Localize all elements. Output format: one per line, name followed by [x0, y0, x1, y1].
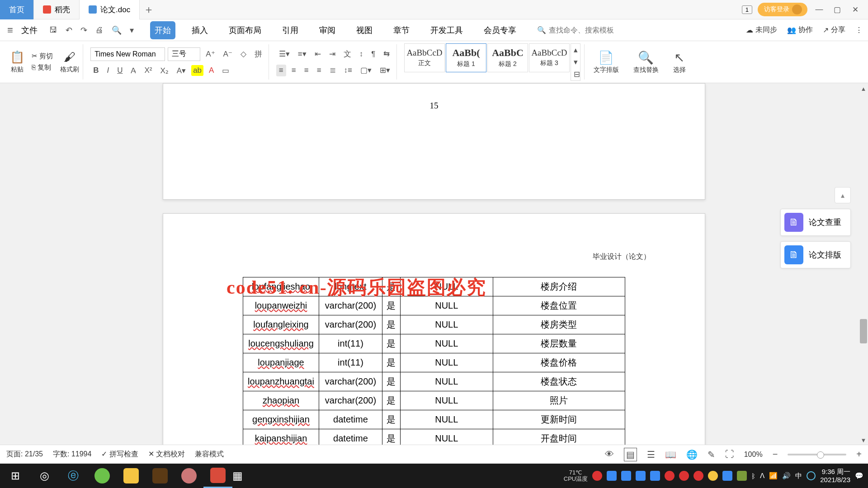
tray-icon[interactable] [592, 471, 602, 481]
text-layout-button[interactable]: 📄文字排版 [588, 50, 624, 74]
copy-button[interactable]: ⎘ 复制 [32, 63, 53, 72]
page-view-icon[interactable]: ▤ [624, 448, 637, 461]
preview-icon[interactable]: 🔍 [112, 25, 122, 35]
numbering-button[interactable]: ≡▾ [295, 48, 309, 60]
cpu-temp-widget[interactable]: ▦ [232, 470, 243, 482]
tray-icon[interactable] [665, 471, 675, 481]
menu-icon[interactable]: ≡ [5, 24, 15, 36]
command-search-input[interactable] [549, 26, 630, 34]
notifications-icon[interactable]: 💬 [855, 472, 863, 480]
zoom-out-button[interactable]: − [773, 449, 778, 460]
chevron-up-icon[interactable]: ᐱ [760, 472, 764, 480]
styles-down-icon[interactable]: ▾ [571, 56, 580, 68]
ie-icon[interactable]: ⓔ [59, 464, 88, 488]
read-view-icon[interactable]: 📖 [665, 449, 676, 460]
ribbon-tab-vip[interactable]: 会员专享 [479, 21, 521, 39]
ribbon-tab-view[interactable]: 视图 [352, 21, 377, 39]
close-button[interactable]: ✕ [849, 3, 862, 16]
scroll-down-icon[interactable]: ▼ [859, 436, 868, 445]
clear-format-icon[interactable]: ◇ [238, 48, 249, 60]
task-view-button[interactable]: ◎ [30, 464, 59, 488]
cortana-icon[interactable] [807, 471, 816, 480]
sort-button[interactable]: ↕ [357, 48, 366, 60]
wps-icon[interactable] [203, 464, 232, 488]
new-tab-button[interactable]: ＋ [140, 2, 158, 17]
tray-icon[interactable] [708, 471, 718, 481]
bullets-button[interactable]: ☰▾ [276, 48, 292, 60]
decrease-indent-button[interactable]: ⇤ [312, 48, 324, 60]
outline-view-icon[interactable]: ☰ [647, 449, 655, 460]
eye-icon[interactable]: 👁 [605, 449, 614, 460]
style-heading3[interactable]: AaBbCcD标题 3 [529, 43, 570, 72]
bluetooth-icon[interactable]: ᛒ [751, 472, 755, 480]
underline-button[interactable]: U [114, 65, 125, 76]
tray-icon[interactable] [636, 471, 646, 481]
start-button[interactable]: ⊞ [1, 464, 30, 488]
app2-icon[interactable] [175, 464, 203, 488]
scroll-up-icon[interactable]: ▲ [859, 84, 868, 93]
ribbon-tab-insert[interactable]: 插入 [187, 21, 212, 39]
browser-icon[interactable] [88, 464, 117, 488]
text-effects-button[interactable]: A▾ [174, 65, 189, 77]
fit-width-icon[interactable]: ⛶ [725, 449, 734, 460]
increase-indent-button[interactable]: ⇥ [326, 48, 338, 60]
highlight-button[interactable]: ab [191, 65, 203, 76]
side-collapse-button[interactable]: ▴ [835, 187, 851, 203]
format-painter-button[interactable]: 🖌格式刷 [60, 50, 79, 74]
tray-icon[interactable] [621, 471, 631, 481]
tab-button[interactable]: ⇆ [381, 48, 392, 60]
zoom-value[interactable]: 100% [744, 450, 763, 459]
char-border-button[interactable]: ▭ [219, 65, 232, 77]
line-spacing-button[interactable]: ↕≡ [341, 65, 355, 76]
ribbon-tab-start[interactable]: 开始 [150, 21, 175, 39]
justify-button[interactable]: ≡ [314, 65, 324, 76]
save-icon[interactable]: 🖫 [49, 25, 57, 35]
distribute-button[interactable]: ≣ [327, 64, 339, 76]
decrease-font-icon[interactable]: A⁻ [221, 48, 235, 60]
ribbon-tab-devtools[interactable]: 开发工具 [426, 21, 467, 39]
style-heading1[interactable]: AaBb(标题 1 [446, 43, 486, 72]
font-color-button[interactable]: A [206, 65, 217, 76]
font-size-input[interactable] [168, 47, 200, 61]
minimize-button[interactable]: — [813, 3, 826, 16]
page-count[interactable]: 页面: 21/35 [6, 450, 43, 459]
guest-login-button[interactable]: 访客登录 [758, 3, 807, 16]
shading-button[interactable]: ▢▾ [358, 64, 374, 76]
italic-button[interactable]: I [104, 65, 112, 76]
share-button[interactable]: ↗分享 [823, 25, 845, 35]
unsync-button[interactable]: ☁未同步 [746, 25, 777, 35]
window-count[interactable]: 1 [742, 5, 752, 14]
find-replace-button[interactable]: 🔍查找替换 [628, 50, 664, 74]
align-right-button[interactable]: ≡ [302, 65, 311, 76]
scrollbar-thumb[interactable] [860, 319, 867, 343]
tray-icon[interactable] [607, 471, 617, 481]
cut-button[interactable]: ✂ 剪切 [32, 52, 53, 61]
undo-icon[interactable]: ↶ [66, 25, 72, 35]
spellcheck-button[interactable]: ✓ 拼写检查 [101, 450, 138, 459]
strikethrough-button[interactable]: A̵ [128, 65, 139, 77]
app1-icon[interactable] [146, 464, 175, 488]
volume-icon[interactable]: 🔊 [782, 472, 791, 480]
edit-icon[interactable]: ✎ [708, 449, 715, 460]
superscript-button[interactable]: X² [142, 65, 155, 76]
show-marks-button[interactable]: ¶ [368, 48, 378, 60]
ime-icon[interactable]: 中 [795, 472, 802, 480]
qat-dropdown-icon[interactable]: ▾ [130, 25, 134, 35]
ribbon-tab-reference[interactable]: 引用 [278, 21, 303, 39]
file-menu[interactable]: 文件 [18, 25, 41, 36]
document-proof-button[interactable]: ✕ 文档校对 [148, 450, 185, 459]
font-name-input[interactable] [90, 47, 165, 61]
maximize-button[interactable]: ▢ [831, 3, 844, 16]
paper-layout-button[interactable]: 🗎论文排版 [780, 241, 851, 268]
tray-icon[interactable] [693, 471, 703, 481]
paste-button[interactable]: 📋粘贴 [10, 50, 24, 74]
zoom-slider[interactable] [788, 454, 846, 455]
word-count[interactable]: 字数: 11994 [53, 450, 91, 459]
tray-icon[interactable] [737, 471, 747, 481]
zoom-in-button[interactable]: + [856, 449, 862, 460]
more-icon[interactable]: ⋮ [855, 25, 863, 35]
document-area[interactable]: 15 毕业设计（论文） code51. cn-源码乐园盗图必究 loufangj… [0, 83, 868, 445]
borders-button[interactable]: ⊞▾ [377, 64, 393, 76]
ribbon-tab-pagelayout[interactable]: 页面布局 [224, 21, 266, 39]
bold-button[interactable]: B [90, 65, 101, 76]
